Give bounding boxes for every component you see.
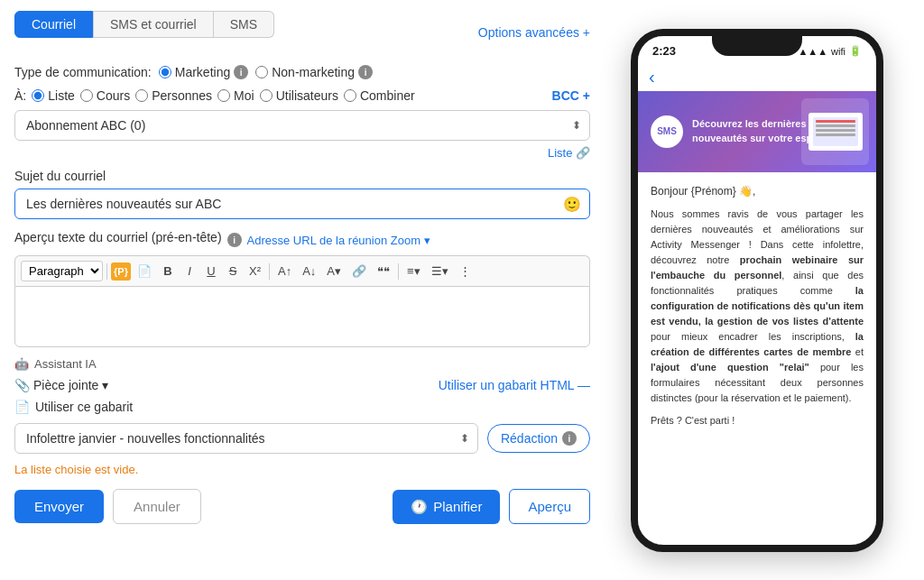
- non-marketing-info-icon[interactable]: i: [358, 65, 373, 79]
- subscription-select[interactable]: Abonnement ABC (0): [14, 110, 590, 141]
- liste-link[interactable]: Liste 🔗: [548, 146, 590, 160]
- clock-icon: 🕐: [411, 499, 428, 515]
- radio-utilisateurs-label: Utilisateurs: [276, 88, 338, 103]
- link-button[interactable]: 🔗: [347, 262, 371, 281]
- phone-status-icons: ▲▲▲ wifi 🔋: [798, 45, 862, 57]
- tag-button[interactable]: {P}: [111, 262, 131, 281]
- subscription-select-wrapper: Abonnement ABC (0): [14, 110, 590, 141]
- toolbar-separator-1: [106, 263, 107, 280]
- emoji-icon[interactable]: 🙂: [563, 196, 581, 213]
- subject-input-wrapper: 🙂: [14, 189, 590, 219]
- radio-combiner-label: Combiner: [360, 88, 415, 103]
- bcc-button[interactable]: BCC +: [552, 88, 590, 103]
- font-size-up-button[interactable]: A↑: [273, 262, 296, 281]
- font-color-button[interactable]: A▾: [322, 262, 346, 281]
- marketing-info-icon[interactable]: i: [234, 65, 248, 79]
- align-button[interactable]: ≡▾: [402, 262, 425, 281]
- radio-cours-input[interactable]: [80, 89, 93, 102]
- email-banner: SMS Découvrez les dernières nouveautés s…: [638, 91, 876, 172]
- left-panel: Courriel SMS et courriel SMS Options ava…: [0, 0, 605, 580]
- radio-personnes-input[interactable]: [135, 89, 148, 102]
- font-size-down-button[interactable]: A↓: [298, 262, 320, 281]
- error-message: La liste choisie est vide.: [14, 463, 590, 476]
- preview-label-row: Aperçu texte du courriel (pré-en-tête) i…: [14, 230, 590, 250]
- phone-time: 2:23: [652, 44, 676, 58]
- send-button[interactable]: Envoyer: [14, 490, 104, 523]
- template-select-row: Infolettre janvier - nouvelles fonctionn…: [14, 423, 590, 454]
- more-button[interactable]: ⋮: [455, 262, 476, 281]
- preview-info-icon[interactable]: i: [227, 233, 242, 247]
- radio-combiner[interactable]: Combiner: [344, 88, 415, 103]
- tab-courriel[interactable]: Courriel: [14, 11, 93, 38]
- italic-button[interactable]: I: [180, 262, 199, 281]
- toolbar-separator-2: [269, 263, 270, 280]
- radio-personnes-label: Personnes: [152, 88, 212, 103]
- radio-personnes[interactable]: Personnes: [135, 88, 212, 103]
- radio-non-marketing-input[interactable]: [255, 66, 268, 78]
- to-row: À: Liste Cours Personnes Moi Utilisateur…: [14, 88, 590, 103]
- zoom-link[interactable]: Adresse URL de la réunion Zoom ▾: [247, 234, 430, 247]
- advanced-options-link[interactable]: Options avancées +: [478, 25, 590, 40]
- assistant-label[interactable]: Assistant IA: [34, 357, 97, 371]
- bold-button[interactable]: B: [158, 262, 178, 281]
- email-sign: Prêts ? C'est parti !: [651, 413, 864, 428]
- attachment-row: 📎 Pièce jointe ▾ Utiliser un gabarit HTM…: [14, 378, 590, 392]
- radio-non-marketing[interactable]: Non-marketing i: [255, 65, 373, 79]
- list-button[interactable]: ☰▾: [427, 262, 453, 281]
- email-greeting: Bonjour {Prénom} 👋,: [651, 183, 864, 199]
- liste-link-row: Liste 🔗: [14, 146, 590, 160]
- template-select[interactable]: Infolettre janvier - nouvelles fonctionn…: [14, 423, 478, 454]
- cancel-button[interactable]: Annuler: [113, 489, 201, 524]
- subject-input[interactable]: [14, 189, 590, 219]
- tab-group: Courriel SMS et courriel SMS: [14, 11, 274, 38]
- doc-icon: 📄: [137, 264, 152, 278]
- radio-utilisateurs-input[interactable]: [260, 89, 273, 102]
- tabs-row: Courriel SMS et courriel SMS Options ava…: [14, 11, 590, 52]
- signal-icon: ▲▲▲: [798, 46, 827, 57]
- communication-type-label: Type de communication:: [14, 65, 152, 79]
- use-template-row: 📄 Utiliser ce gabarit: [14, 400, 590, 414]
- back-arrow-icon[interactable]: ‹: [649, 67, 655, 87]
- editor-area[interactable]: [14, 286, 590, 347]
- attachment-label: Pièce jointe ▾: [33, 378, 108, 392]
- subject-label: Sujet du courriel: [14, 169, 590, 183]
- tab-sms-courriel[interactable]: SMS et courriel: [93, 11, 214, 38]
- blockquote-button[interactable]: ❝❝: [373, 262, 394, 281]
- strikethrough-button[interactable]: S: [223, 262, 243, 281]
- underline-button[interactable]: U: [201, 262, 221, 281]
- radio-marketing-label: Marketing: [175, 65, 230, 79]
- doc-template-icon: 📄: [14, 400, 30, 414]
- radio-liste-input[interactable]: [32, 89, 44, 102]
- doc-button[interactable]: 📄: [133, 262, 156, 281]
- editor-toolbar: Paragraph {P} 📄 B I U S X² A↑ A↓ A▾ 🔗 ❝❝…: [14, 255, 590, 286]
- tab-sms[interactable]: SMS: [214, 11, 274, 38]
- plan-button[interactable]: 🕐 Planifier: [393, 490, 500, 524]
- radio-marketing-input[interactable]: [159, 66, 171, 78]
- right-panel: 2:23 ▲▲▲ wifi 🔋 ‹ SMS Découvrez les dern…: [605, 0, 924, 580]
- banner-logo: SMS: [651, 115, 683, 148]
- radio-cours[interactable]: Cours: [80, 88, 130, 103]
- radio-moi[interactable]: Moi: [217, 88, 254, 103]
- phone-notch: [712, 36, 802, 56]
- banner-image: [801, 98, 869, 165]
- radio-moi-input[interactable]: [217, 89, 230, 102]
- attachment-button[interactable]: 📎 Pièce jointe ▾: [14, 378, 108, 392]
- screen-line-4: [816, 133, 855, 136]
- plan-label: Planifier: [433, 499, 482, 514]
- attachment-icon: 📎: [14, 378, 30, 392]
- radio-liste-label: Liste: [48, 88, 75, 103]
- use-html-button[interactable]: Utiliser un gabarit HTML —: [439, 378, 590, 392]
- radio-marketing[interactable]: Marketing i: [159, 65, 248, 79]
- paragraph-select[interactable]: Paragraph: [21, 261, 103, 281]
- radio-combiner-input[interactable]: [344, 89, 356, 102]
- screen-line-1: [816, 120, 855, 123]
- redaction-info-icon[interactable]: i: [562, 431, 577, 446]
- superscript-button[interactable]: X²: [245, 262, 265, 281]
- redaction-label: Rédaction: [501, 431, 558, 446]
- radio-liste[interactable]: Liste: [32, 88, 75, 103]
- radio-utilisateurs[interactable]: Utilisateurs: [260, 88, 338, 103]
- apercu-button[interactable]: Aperçu: [509, 489, 590, 524]
- phone-nav: ‹: [638, 63, 876, 91]
- redaction-button[interactable]: Rédaction i: [487, 424, 590, 453]
- assistant-robot-icon: 🤖: [14, 357, 29, 371]
